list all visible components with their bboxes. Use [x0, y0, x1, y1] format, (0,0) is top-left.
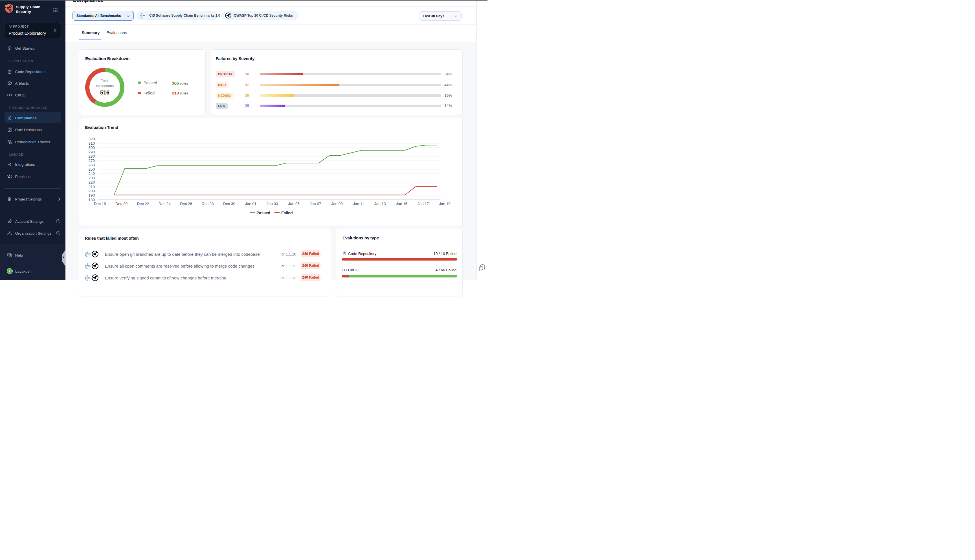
svg-text:190: 190 — [88, 193, 95, 197]
svg-text:Dec 18: Dec 18 — [94, 202, 106, 206]
svg-text:Jan 03: Jan 03 — [267, 202, 278, 206]
svg-text:320: 320 — [88, 137, 95, 141]
svg-text:Jan 15: Jan 15 — [396, 202, 407, 206]
svg-text:Jan 11: Jan 11 — [353, 202, 364, 206]
svg-text:250: 250 — [88, 167, 95, 172]
svg-text:?: ? — [8, 254, 10, 256]
svg-text:CIS: CIS — [87, 265, 90, 268]
svg-text:Dec 28: Dec 28 — [202, 202, 214, 206]
svg-text:Jan 13: Jan 13 — [374, 202, 386, 206]
svg-text:180: 180 — [88, 198, 95, 202]
svg-text:220: 220 — [88, 180, 95, 184]
svg-text:Dec 20: Dec 20 — [115, 202, 127, 206]
svg-text:Dec 26: Dec 26 — [180, 202, 192, 206]
svg-text:310: 310 — [88, 141, 95, 145]
svg-text:Passed: Passed — [256, 211, 270, 215]
svg-text:CIS: CIS — [142, 14, 145, 17]
svg-text:Jan 19: Jan 19 — [439, 202, 451, 206]
svg-text:270: 270 — [88, 158, 95, 163]
svg-text:280: 280 — [88, 154, 95, 158]
svg-text:260: 260 — [88, 163, 95, 167]
svg-text:240: 240 — [88, 172, 95, 176]
svg-text:CIS: CIS — [87, 253, 90, 256]
svg-text:300: 300 — [88, 145, 95, 150]
svg-text:Jan 01: Jan 01 — [245, 202, 257, 206]
svg-text:Dec 24: Dec 24 — [159, 202, 171, 206]
svg-text:Failed: Failed — [281, 211, 292, 215]
svg-text:Jan 09: Jan 09 — [331, 202, 343, 206]
svg-text:Jan 07: Jan 07 — [310, 202, 321, 206]
svg-text:230: 230 — [88, 176, 95, 180]
svg-text:Dec 22: Dec 22 — [137, 202, 149, 206]
svg-text:Dec 30: Dec 30 — [223, 202, 235, 206]
svg-text:CIS: CIS — [87, 277, 90, 280]
svg-text:Jan 17: Jan 17 — [417, 202, 429, 206]
svg-text:Jan 05: Jan 05 — [288, 202, 300, 206]
svg-text:290: 290 — [88, 150, 95, 154]
svg-text:200: 200 — [88, 189, 95, 193]
svg-text:210: 210 — [88, 185, 95, 189]
